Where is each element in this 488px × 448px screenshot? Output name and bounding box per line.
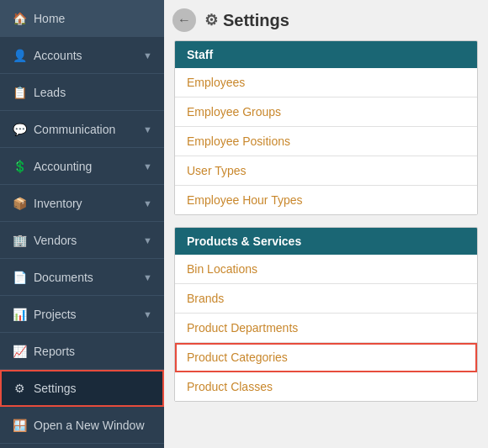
- page-title-text: Settings: [223, 11, 289, 30]
- card-products-services: Products & ServicesBin LocationsBrandsPr…: [174, 227, 478, 402]
- chevron-icon: ▼: [143, 198, 152, 208]
- chevron-icon: ▼: [143, 272, 152, 282]
- inventory-icon: 📦: [12, 196, 27, 211]
- card-item-employees[interactable]: Employees: [175, 68, 477, 98]
- chevron-icon: ▼: [143, 235, 152, 245]
- sidebar-label-inventory: Inventory: [34, 197, 82, 210]
- sidebar-label-settings: Settings: [34, 382, 77, 395]
- sidebar-label-open-new-window: Open a New Window: [34, 419, 145, 432]
- sidebar-item-left: 📦 Inventory: [12, 196, 82, 211]
- sidebar-label-home: Home: [34, 12, 65, 25]
- card-staff: StaffEmployeesEmployee GroupsEmployee Po…: [174, 40, 478, 215]
- sidebar-item-left: 🪟 Open a New Window: [12, 418, 145, 433]
- sidebar-item-documents[interactable]: 📄 Documents ▼: [0, 259, 164, 296]
- settings-gear-icon: ⚙: [204, 11, 218, 29]
- sidebar-item-home[interactable]: 🏠 Home: [0, 0, 164, 37]
- sidebar-item-left: 💲 Accounting: [12, 159, 92, 174]
- sidebar-item-communication[interactable]: 💬 Communication ▼: [0, 111, 164, 148]
- leads-icon: 📋: [12, 85, 27, 100]
- sidebar-item-open-new-window[interactable]: 🪟 Open a New Window: [0, 407, 164, 444]
- sidebar-label-accounting: Accounting: [34, 160, 92, 173]
- sidebar-item-inventory[interactable]: 📦 Inventory ▼: [0, 185, 164, 222]
- main-content: ← ⚙ Settings StaffEmployeesEmployee Grou…: [164, 0, 488, 448]
- settings-icon: ⚙: [12, 381, 27, 396]
- vendors-icon: 🏢: [12, 233, 27, 248]
- reports-icon: 📈: [12, 344, 27, 359]
- sidebar-label-projects: Projects: [34, 308, 77, 321]
- card-item-employee-hour-types[interactable]: Employee Hour Types: [175, 186, 477, 214]
- sidebar-item-settings[interactable]: ⚙ Settings: [0, 370, 164, 407]
- card-item-bin-locations[interactable]: Bin Locations: [175, 255, 477, 284]
- home-icon: 🏠: [12, 11, 27, 26]
- sidebar-item-left: 📊 Projects: [12, 307, 77, 322]
- sidebar-item-left: 📄 Documents: [12, 270, 93, 285]
- sidebar-label-leads: Leads: [34, 86, 66, 99]
- sidebar: 🏠 Home 👤 Accounts ▼ 📋 Leads 💬 Communicat…: [0, 0, 164, 448]
- card-header-staff: Staff: [175, 41, 477, 68]
- projects-icon: 📊: [12, 307, 27, 322]
- sidebar-item-left: 📈 Reports: [12, 344, 75, 359]
- documents-icon: 📄: [12, 270, 27, 285]
- back-button[interactable]: ←: [172, 8, 196, 32]
- card-item-product-categories[interactable]: Product Categories: [175, 343, 477, 372]
- sidebar-item-accounts[interactable]: 👤 Accounts ▼: [0, 37, 164, 74]
- sidebar-label-accounts: Accounts: [34, 49, 82, 62]
- communication-icon: 💬: [12, 122, 27, 137]
- card-item-employee-groups[interactable]: Employee Groups: [175, 98, 477, 127]
- chevron-icon: ▼: [143, 50, 152, 61]
- sidebar-item-vendors[interactable]: 🏢 Vendors ▼: [0, 222, 164, 259]
- card-item-brands[interactable]: Brands: [175, 284, 477, 314]
- chevron-icon: ▼: [143, 124, 152, 134]
- chevron-icon: ▼: [143, 161, 152, 171]
- sidebar-item-left: 💬 Communication: [12, 122, 115, 137]
- sidebar-item-left: 👤 Accounts: [12, 48, 82, 63]
- chevron-icon: ▼: [143, 309, 152, 319]
- open-new-window-icon: 🪟: [12, 418, 27, 433]
- page-title: ⚙ Settings: [204, 11, 289, 30]
- accounts-icon: 👤: [12, 48, 27, 63]
- sidebar-item-left: 🏠 Home: [12, 11, 65, 26]
- card-item-user-types[interactable]: User Types: [175, 156, 477, 186]
- sidebar-label-communication: Communication: [34, 123, 115, 136]
- sidebar-item-reports[interactable]: 📈 Reports: [0, 333, 164, 370]
- accounting-icon: 💲: [12, 159, 27, 174]
- sidebar-label-vendors: Vendors: [34, 234, 77, 247]
- sidebar-label-documents: Documents: [34, 271, 93, 284]
- card-item-product-classes[interactable]: Product Classes: [175, 372, 477, 401]
- sidebar-item-left: 📋 Leads: [12, 85, 66, 100]
- sidebar-item-leads[interactable]: 📋 Leads: [0, 74, 164, 111]
- sidebar-label-reports: Reports: [34, 345, 75, 358]
- sidebar-item-accounting[interactable]: 💲 Accounting ▼: [0, 148, 164, 185]
- card-item-product-departments[interactable]: Product Departments: [175, 314, 477, 343]
- sidebar-item-left: ⚙ Settings: [12, 381, 77, 396]
- sidebar-item-left: 🏢 Vendors: [12, 233, 77, 248]
- sidebar-item-projects[interactable]: 📊 Projects ▼: [0, 296, 164, 333]
- card-item-employee-positions[interactable]: Employee Positions: [175, 127, 477, 156]
- card-header-products-services: Products & Services: [175, 228, 477, 255]
- main-header: ← ⚙ Settings: [164, 0, 488, 40]
